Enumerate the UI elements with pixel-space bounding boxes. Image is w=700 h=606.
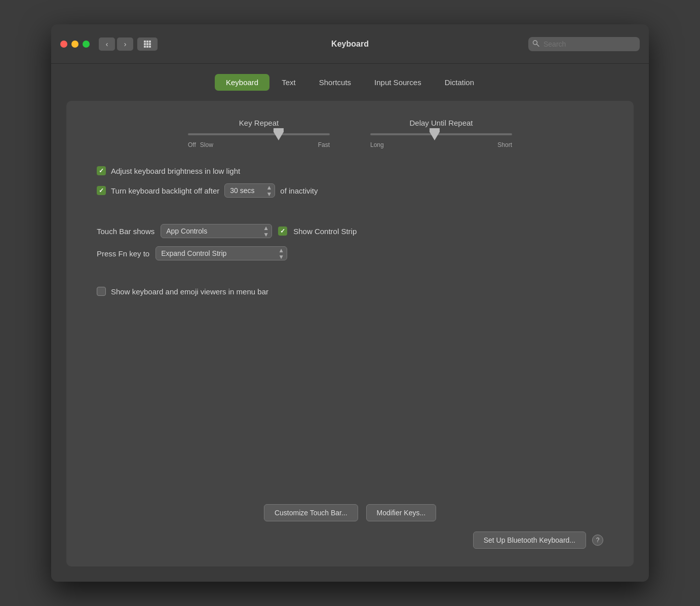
forward-button[interactable]: ›: [117, 37, 133, 51]
help-button[interactable]: ?: [592, 535, 603, 546]
fn-key-row: Press Fn key to Expand Control Strip Sho…: [97, 246, 603, 260]
bottom-buttons: Customize Touch Bar... Modifier Keys...: [97, 489, 603, 521]
svg-rect-2: [149, 41, 151, 43]
search-icon: [532, 40, 539, 48]
sliders-row: Key Repeat Off Slow Fast Delay Until Rep…: [97, 119, 603, 148]
svg-rect-5: [149, 43, 151, 45]
backlight-checkbox[interactable]: ✓: [97, 186, 106, 195]
fn-key-select-wrapper: Expand Control Strip Show F1, F2, etc. K…: [155, 246, 287, 260]
customize-touchbar-button[interactable]: Customize Touch Bar...: [264, 504, 358, 521]
fn-key-select[interactable]: Expand Control Strip Show F1, F2, etc. K…: [155, 246, 287, 260]
key-repeat-slow-label: Slow: [200, 141, 213, 148]
bluetooth-keyboard-button[interactable]: Set Up Bluetooth Keyboard...: [473, 532, 586, 549]
tab-shortcuts[interactable]: Shortcuts: [308, 74, 362, 91]
delay-repeat-labels: Long Short: [370, 141, 512, 148]
tabs-bar: Keyboard Text Shortcuts Input Sources Di…: [66, 74, 634, 91]
show-control-strip-checkmark: ✓: [280, 228, 285, 235]
fn-key-label: Press Fn key to: [97, 249, 149, 258]
minimize-button[interactable]: [71, 41, 79, 48]
delay-repeat-label: Delay Until Repeat: [409, 119, 473, 127]
svg-rect-0: [144, 41, 146, 43]
traffic-lights: [60, 41, 90, 48]
delay-repeat-group: Delay Until Repeat Long Short: [370, 119, 512, 148]
svg-rect-4: [146, 43, 148, 45]
key-repeat-slider[interactable]: [188, 133, 330, 135]
inactivity-select[interactable]: 5 secs 10 secs 30 secs 1 min 5 min Never: [224, 183, 275, 198]
touchbar-select[interactable]: App Controls Expanded Control Strip F1, …: [161, 224, 272, 238]
grid-button[interactable]: [137, 37, 158, 51]
key-repeat-label: Key Repeat: [239, 119, 279, 127]
backlight-row: ✓ Turn keyboard backlight off after 5 se…: [97, 183, 603, 198]
key-repeat-off-label: Off: [188, 141, 196, 148]
svg-rect-7: [146, 46, 148, 48]
search-input[interactable]: [528, 37, 640, 51]
brightness-checkbox[interactable]: ✓: [97, 166, 106, 175]
grid-icon: [143, 40, 151, 48]
modifier-keys-button[interactable]: Modifier Keys...: [366, 504, 436, 521]
content-area: Keyboard Text Shortcuts Input Sources Di…: [51, 64, 649, 582]
backlight-label: Turn keyboard backlight off after: [111, 186, 219, 195]
tab-text[interactable]: Text: [270, 74, 307, 91]
delay-repeat-slider[interactable]: [370, 133, 512, 135]
svg-rect-3: [144, 43, 146, 45]
svg-rect-1: [146, 41, 148, 43]
tab-dictation[interactable]: Dictation: [434, 74, 485, 91]
delay-short-label: Short: [497, 141, 512, 148]
inactivity-select-wrapper: 5 secs 10 secs 30 secs 1 min 5 min Never…: [224, 183, 275, 198]
key-repeat-fast-label: Fast: [318, 141, 330, 148]
key-repeat-group: Key Repeat Off Slow Fast: [188, 119, 330, 148]
titlebar: ‹ › Keyboard: [51, 24, 649, 64]
keyboard-viewers-checkbox[interactable]: [97, 287, 106, 296]
touchbar-row: Touch Bar shows App Controls Expanded Co…: [97, 224, 603, 238]
options-section: ✓ Adjust keyboard brightness in low ligh…: [97, 166, 603, 296]
brightness-label: Adjust keyboard brightness in low light: [111, 167, 240, 175]
tab-keyboard[interactable]: Keyboard: [215, 74, 269, 91]
inactivity-suffix: of inactivity: [280, 186, 318, 195]
keyboard-viewers-label: Show keyboard and emoji viewers in menu …: [111, 287, 268, 296]
tab-input-sources[interactable]: Input Sources: [363, 74, 433, 91]
close-button[interactable]: [60, 41, 67, 48]
keyboard-panel: Key Repeat Off Slow Fast Delay Until Rep…: [66, 101, 634, 566]
back-button[interactable]: ‹: [99, 37, 115, 51]
zoom-button[interactable]: [83, 41, 90, 48]
brightness-row: ✓ Adjust keyboard brightness in low ligh…: [97, 166, 603, 175]
keyboard-viewers-row: Show keyboard and emoji viewers in menu …: [97, 287, 603, 296]
touchbar-select-wrapper: App Controls Expanded Control Strip F1, …: [161, 224, 272, 238]
svg-line-10: [537, 44, 539, 47]
touchbar-label: Touch Bar shows: [97, 227, 154, 236]
backlight-checkmark: ✓: [99, 187, 104, 194]
keyboard-window: ‹ › Keyboard: [51, 24, 649, 582]
search-container: [528, 37, 640, 51]
show-control-strip-label: Show Control Strip: [293, 227, 357, 236]
svg-rect-6: [144, 46, 146, 48]
show-control-strip-checkbox[interactable]: ✓: [278, 226, 287, 236]
nav-buttons: ‹ ›: [99, 37, 133, 51]
key-repeat-labels: Off Slow Fast: [188, 141, 330, 148]
brightness-checkmark: ✓: [99, 167, 104, 174]
footer-row: Set Up Bluetooth Keyboard... ?: [97, 532, 603, 549]
window-title: Keyboard: [331, 40, 369, 49]
delay-long-label: Long: [370, 141, 384, 148]
svg-rect-8: [149, 46, 151, 48]
